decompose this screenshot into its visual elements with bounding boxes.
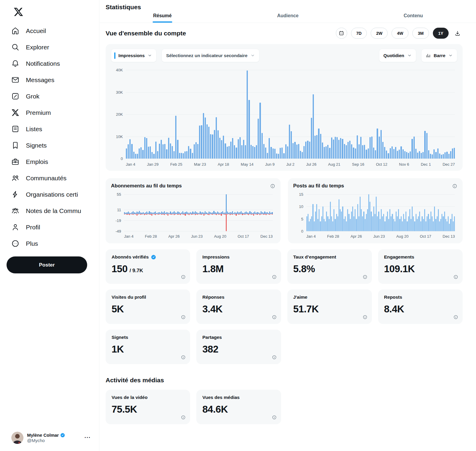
info-icon [453, 275, 458, 279]
calendar-button[interactable] [336, 28, 347, 39]
stat-value: 1K [112, 344, 124, 355]
sidebar-item-notes-communaute[interactable]: Notes de la Commu [0, 203, 99, 219]
profile-menu[interactable]: Mylène Colmar @Mycho ··· [0, 429, 99, 447]
stat-info-button[interactable] [181, 355, 186, 360]
profile-handle: @Mycho [27, 438, 83, 443]
stat-value: 84.6K [202, 404, 228, 415]
sidebar-item-label: Communautés [26, 175, 67, 182]
stats-grid: Abonnés vérifiés 150/ 9.7K Impressions 1… [106, 249, 463, 364]
sidebar-item-label: Plus [26, 240, 38, 247]
sidebar-item-explorer[interactable]: Explorer [0, 39, 99, 55]
tab-label: Résumé [153, 13, 172, 18]
stat-card-reposts: Reposts 8.4K [378, 289, 463, 324]
range-7d-button[interactable]: 7D [351, 28, 367, 39]
stat-info-button[interactable] [272, 315, 277, 320]
stat-label: Vues de la vidéo [112, 395, 148, 400]
stat-value: 5K [112, 303, 124, 315]
sidebar-item-label: Listes [26, 126, 42, 133]
tab-contenu[interactable]: Contenu [350, 7, 476, 23]
download-button[interactable] [452, 28, 463, 39]
stat-info-button[interactable] [363, 275, 367, 279]
stat-info-button[interactable] [272, 275, 277, 279]
community-notes-icon [11, 207, 19, 215]
stat-card-partages: Partages 382 [196, 330, 281, 364]
more-circle-icon [11, 239, 19, 248]
range-3m-button[interactable]: 3M [412, 28, 429, 39]
posts-info-button[interactable] [452, 184, 457, 189]
tab-audience[interactable]: Audience [225, 7, 351, 23]
impressions-bar-chart: 40K30K20K10K0Jan 4Jan 29Feb 25Mar 23Apr … [111, 70, 457, 167]
stat-info-button[interactable] [363, 315, 367, 320]
sidebar-item-messages[interactable]: Messages [0, 72, 99, 88]
post-button[interactable]: Poster [7, 256, 87, 273]
media-card-vues-video: Vues de la vidéo 75.5K [106, 390, 190, 424]
overview-title: Vue d'ensemble du compte [106, 30, 186, 37]
info-icon [272, 355, 277, 360]
stat-label: Partages [202, 335, 222, 340]
lightning-icon [11, 190, 19, 198]
chart-type-select[interactable]: Barre [421, 49, 457, 62]
chevron-down-icon [148, 53, 152, 58]
stat-info-button[interactable] [181, 415, 186, 420]
stat-info-button[interactable] [181, 275, 186, 279]
x-logo[interactable] [11, 4, 26, 20]
range-4w-button[interactable]: 4W [392, 28, 408, 39]
search-icon [11, 43, 19, 51]
sidebar-item-emplois[interactable]: Emplois [0, 154, 99, 170]
page-header: Statistiques Résumé Audience Contenu [100, 0, 476, 23]
tab-bar: Résumé Audience Contenu [100, 7, 476, 23]
posts-bar-chart: 151050Jan 4Feb 28Apr 26Jun 23Aug 20Oct 1… [293, 194, 458, 239]
stat-value: 109.1K [384, 263, 415, 275]
sidebar-item-accueil[interactable]: Accueil [0, 23, 99, 39]
posts-over-time-panel: Posts au fil du temps 151050Jan 4Feb 28A… [288, 178, 463, 243]
bell-icon [11, 59, 19, 68]
bar-chart-icon [426, 53, 431, 58]
stat-card-impressions: Impressions 1.8M [196, 249, 281, 284]
stat-card-taux-engagement: Taux d’engagement 5.8% [287, 249, 372, 284]
secondary-metric-select[interactable]: Sélectionnez un indicateur secondaire [162, 49, 259, 62]
sidebar-item-label: Profil [26, 224, 40, 231]
sidebar-item-listes[interactable]: Listes [0, 121, 99, 137]
range-2w-button[interactable]: 2W [371, 28, 388, 39]
stat-info-button[interactable] [181, 315, 186, 320]
media-card-vues-medias: Vues des médias 84.6K [196, 390, 281, 424]
profile-meta: Mylène Colmar @Mycho [27, 433, 83, 443]
info-icon [181, 275, 186, 279]
info-icon [272, 415, 277, 420]
primary-metric-select[interactable]: Impressions [111, 49, 156, 62]
metric-accent-bar [114, 52, 115, 59]
grok-icon [11, 92, 19, 100]
profile-more-button[interactable]: ··· [83, 435, 92, 441]
followers-diverging-chart: 5511-19-49Jan 4Feb 28Apr 26Jun 23Aug 20O… [111, 194, 275, 239]
stat-info-button[interactable] [272, 355, 277, 360]
avatar [11, 432, 24, 444]
info-icon [272, 275, 277, 279]
chart-type-label: Barre [434, 53, 445, 58]
sidebar-item-premium[interactable]: Premium [0, 104, 99, 121]
range-1y-button[interactable]: 1Y [433, 28, 449, 39]
mail-icon [11, 76, 19, 84]
stat-value: 75.5K [112, 404, 137, 415]
sidebar-item-plus[interactable]: Plus [0, 235, 99, 252]
stat-info-button[interactable] [272, 415, 277, 420]
tab-resume[interactable]: Résumé [100, 7, 225, 23]
sidebar-item-organisations[interactable]: Organisations certi [0, 186, 99, 203]
stat-label: Taux d’engagement [293, 254, 336, 260]
followers-info-button[interactable] [270, 184, 275, 189]
stat-info-button[interactable] [453, 315, 458, 320]
sidebar-item-label: Notes de la Commu [26, 207, 81, 214]
info-icon [363, 275, 367, 279]
stat-value: 51.7K [293, 303, 319, 315]
stat-card-reponses: Réponses 3.4K [196, 289, 281, 324]
sidebar-item-notifications[interactable]: Notifications [0, 55, 99, 72]
stat-info-button[interactable] [453, 275, 458, 279]
sidebar-item-signets[interactable]: Signets [0, 137, 99, 154]
sidebar-item-grok[interactable]: Grok [0, 88, 99, 104]
stat-value: 382 [202, 344, 218, 355]
verified-badge-icon [151, 254, 156, 260]
sidebar-item-profil[interactable]: Profil [0, 219, 99, 235]
info-icon [270, 184, 275, 189]
calendar-icon [339, 30, 344, 36]
granularity-select[interactable]: Quotidien [379, 49, 416, 62]
sidebar-item-communautes[interactable]: Communautés [0, 170, 99, 186]
